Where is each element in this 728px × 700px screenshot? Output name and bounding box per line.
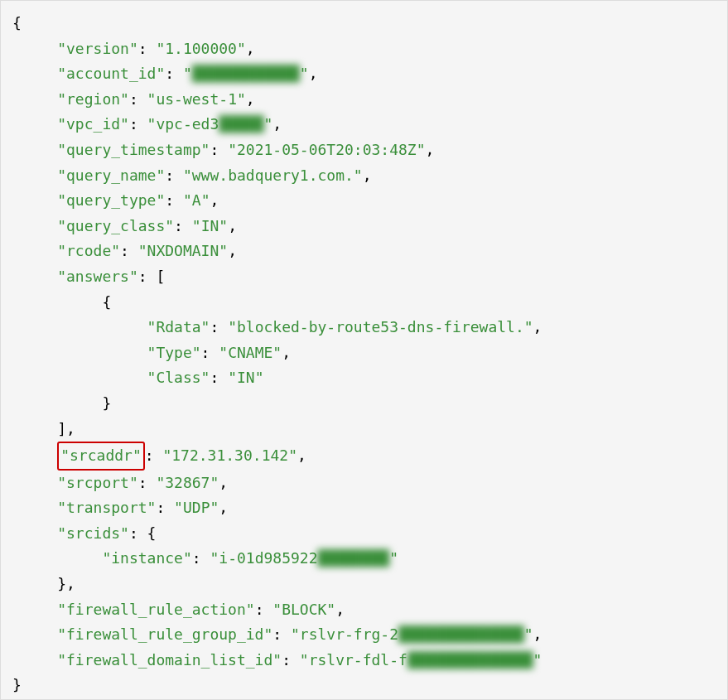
blurred-text: ██████████████	[398, 625, 524, 643]
key-answers: "answers"	[57, 268, 138, 285]
key-firewall-rule-group-id: "firewall_rule_group_id"	[57, 625, 272, 643]
key-query-timestamp: "query_timestamp"	[57, 141, 210, 158]
val-version: "1.100000"	[156, 40, 245, 57]
json-code-block: { "version": "1.100000", "account_id": "…	[1, 1, 727, 700]
val-rcode: "NXDOMAIN"	[138, 242, 228, 259]
key-class: "Class"	[147, 369, 210, 386]
val-account-id: "████████████"	[183, 65, 309, 82]
key-query-name: "query_name"	[57, 167, 165, 184]
val-region: "us-west-1"	[147, 90, 246, 108]
val-class: "IN"	[228, 369, 263, 386]
val-firewall-rule-action: "BLOCK"	[272, 601, 335, 618]
blurred-text: ████████████	[192, 65, 300, 82]
val-rdata: "blocked-by-route53-dns-firewall."	[228, 318, 533, 336]
key-firewall-rule-action: "firewall_rule_action"	[57, 601, 254, 618]
highlighted-key-srcaddr: "srcaddr"	[57, 442, 145, 471]
val-srcaddr: "172.31.30.142"	[162, 447, 297, 464]
key-rdata: "Rdata"	[147, 318, 210, 336]
key-rcode: "rcode"	[57, 242, 120, 259]
val-srcport: "32867"	[156, 474, 219, 491]
key-firewall-domain-list-id: "firewall_domain_list_id"	[57, 651, 282, 669]
blurred-text: ████████	[318, 549, 390, 567]
key-region: "region"	[57, 90, 129, 108]
val-firewall-domain-list-id: "rslvr-fdl-f██████████████"	[300, 651, 542, 669]
val-query-timestamp: "2021-05-06T20:03:48Z"	[228, 141, 425, 158]
val-transport: "UDP"	[174, 499, 219, 516]
val-query-class: "IN"	[192, 217, 228, 234]
val-type: "CNAME"	[219, 344, 282, 361]
blurred-text: █████	[219, 115, 263, 133]
key-srcids: "srcids"	[57, 524, 129, 542]
val-query-type: "A"	[183, 191, 210, 209]
key-query-class: "query_class"	[57, 217, 174, 234]
key-vpc-id: "vpc_id"	[57, 115, 129, 133]
blurred-text: ██████████████	[407, 651, 533, 669]
key-instance: "instance"	[102, 549, 191, 567]
key-srcport: "srcport"	[57, 474, 138, 491]
key-type: "Type"	[147, 344, 201, 361]
key-version: "version"	[57, 40, 138, 57]
val-firewall-rule-group-id: "rslvr-frg-2██████████████"	[291, 625, 533, 643]
val-query-name: "www.badquery1.com."	[183, 167, 363, 184]
key-query-type: "query_type"	[57, 191, 165, 209]
val-instance: "i-01d985922████████"	[210, 549, 398, 567]
val-vpc-id: "vpc-ed3█████"	[147, 115, 273, 133]
key-transport: "transport"	[57, 499, 156, 516]
key-account-id: "account_id"	[57, 65, 165, 82]
